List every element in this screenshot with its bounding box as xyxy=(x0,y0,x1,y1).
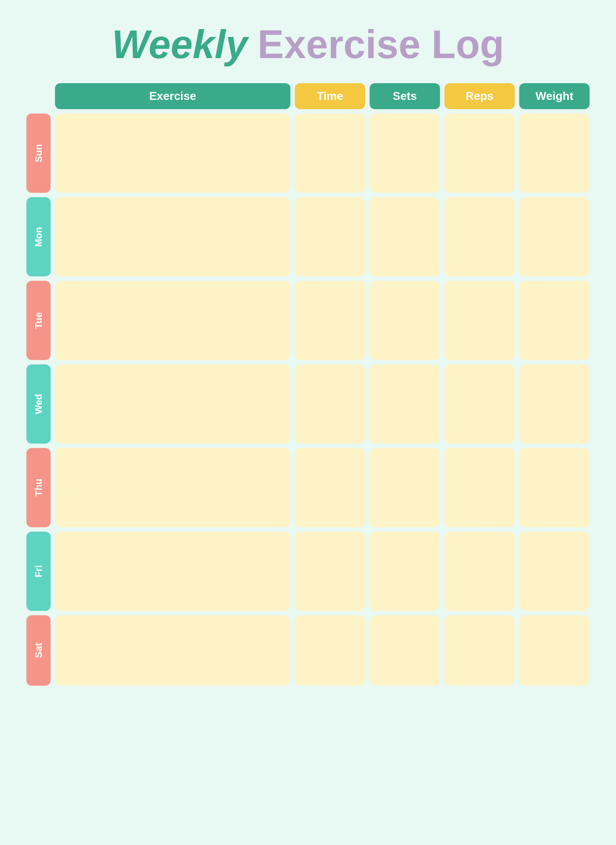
sets-cell-tue[interactable] xyxy=(370,281,440,360)
day-label-fri: Fri xyxy=(26,532,51,611)
exercise-cell-wed[interactable] xyxy=(55,364,290,444)
day-label-mon: Mon xyxy=(26,197,51,276)
sets-cell-fri[interactable] xyxy=(370,532,440,611)
weight-cell-tue[interactable] xyxy=(519,281,590,360)
time-cell-sun[interactable] xyxy=(295,114,365,193)
day-row-tue: Tue xyxy=(26,281,590,360)
day-label-wed: Wed xyxy=(26,364,51,444)
sets-cell-sat[interactable] xyxy=(370,615,440,686)
reps-cell-sun[interactable] xyxy=(444,114,515,193)
weight-cell-fri[interactable] xyxy=(519,532,590,611)
weight-cell-sat[interactable] xyxy=(519,615,590,686)
day-label-tue: Tue xyxy=(26,281,51,360)
header-sets: Sets xyxy=(370,83,440,109)
exercise-cell-thu[interactable] xyxy=(55,448,290,527)
weight-cell-mon[interactable] xyxy=(519,197,590,276)
reps-cell-thu[interactable] xyxy=(444,448,515,527)
sets-cell-sun[interactable] xyxy=(370,114,440,193)
time-cell-thu[interactable] xyxy=(295,448,365,527)
exercise-cell-tue[interactable] xyxy=(55,281,290,360)
weight-cell-thu[interactable] xyxy=(519,448,590,527)
header-spacer xyxy=(26,83,51,109)
day-label-sun: Sun xyxy=(26,114,51,193)
weight-cell-sun[interactable] xyxy=(519,114,590,193)
day-row-wed: Wed xyxy=(26,364,590,444)
day-row-fri: Fri xyxy=(26,532,590,611)
day-row-mon: Mon xyxy=(26,197,590,276)
time-cell-sat[interactable] xyxy=(295,615,365,686)
page-container: Weekly Exercise Log Exercise Time Sets R… xyxy=(26,18,590,690)
header-weight: Weight xyxy=(519,83,590,109)
title-exercise-log: Exercise Log xyxy=(257,22,504,66)
exercise-cell-mon[interactable] xyxy=(55,197,290,276)
exercise-table: Exercise Time Sets Reps Weight Sun Mon T… xyxy=(26,83,590,686)
weight-cell-wed[interactable] xyxy=(519,364,590,444)
day-label-sat: Sat xyxy=(26,615,51,686)
header-time: Time xyxy=(295,83,365,109)
time-cell-fri[interactable] xyxy=(295,532,365,611)
reps-cell-fri[interactable] xyxy=(444,532,515,611)
sets-cell-thu[interactable] xyxy=(370,448,440,527)
header-exercise: Exercise xyxy=(55,83,290,109)
exercise-cell-sat[interactable] xyxy=(55,615,290,686)
reps-cell-wed[interactable] xyxy=(444,364,515,444)
day-row-sat: Sat xyxy=(26,615,590,686)
reps-cell-tue[interactable] xyxy=(444,281,515,360)
time-cell-tue[interactable] xyxy=(295,281,365,360)
time-cell-wed[interactable] xyxy=(295,364,365,444)
exercise-cell-fri[interactable] xyxy=(55,532,290,611)
exercise-cell-sun[interactable] xyxy=(55,114,290,193)
title-weekly: Weekly xyxy=(112,22,248,66)
day-row-thu: Thu xyxy=(26,448,590,527)
header-reps: Reps xyxy=(444,83,515,109)
sets-cell-mon[interactable] xyxy=(370,197,440,276)
reps-cell-mon[interactable] xyxy=(444,197,515,276)
day-label-thu: Thu xyxy=(26,448,51,527)
time-cell-mon[interactable] xyxy=(295,197,365,276)
header-row: Exercise Time Sets Reps Weight xyxy=(26,83,590,109)
title-area: Weekly Exercise Log xyxy=(26,18,590,67)
reps-cell-sat[interactable] xyxy=(444,615,515,686)
sets-cell-wed[interactable] xyxy=(370,364,440,444)
day-row-sun: Sun xyxy=(26,114,590,193)
